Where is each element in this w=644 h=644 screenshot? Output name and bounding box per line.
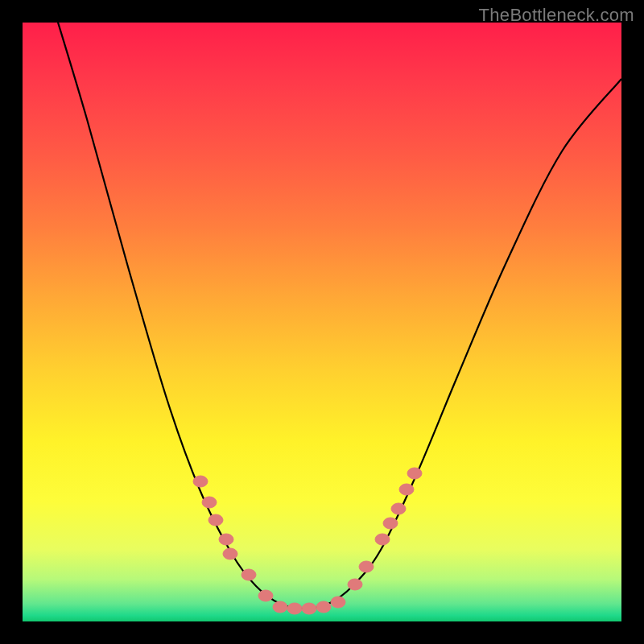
data-point (193, 476, 208, 487)
data-point (219, 534, 233, 545)
watermark-text: TheBottleneck.com (479, 5, 634, 26)
data-point (287, 603, 302, 614)
data-point (348, 579, 362, 590)
data-point (273, 601, 287, 613)
data-point (399, 484, 414, 495)
data-point (383, 518, 398, 529)
data-point (202, 497, 217, 508)
data-point (407, 468, 422, 479)
bottleneck-curve (53, 23, 621, 609)
data-point (302, 603, 316, 614)
data-point (258, 590, 273, 601)
data-point (316, 601, 331, 613)
data-point (242, 569, 256, 580)
data-point (223, 548, 237, 559)
data-point (331, 597, 345, 608)
chart-svg (23, 23, 621, 621)
scatter-dots (193, 468, 422, 614)
data-point (208, 514, 223, 526)
plot-area (23, 23, 621, 621)
data-point (359, 561, 374, 572)
data-point (375, 534, 390, 545)
data-point (391, 503, 406, 514)
